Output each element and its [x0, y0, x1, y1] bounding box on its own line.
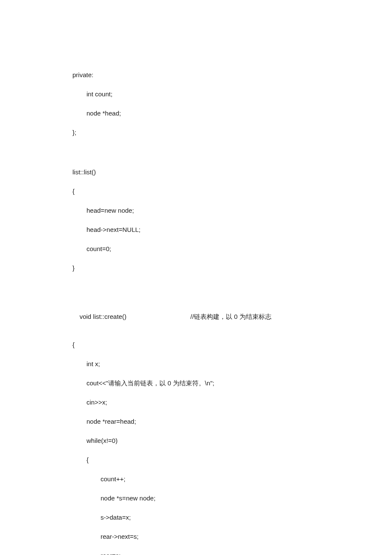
document-page: private: int count; node *head; }; list:… [0, 0, 392, 555]
code-line: count=0; [72, 244, 392, 253]
code-line: count++; [72, 474, 392, 483]
code-line: }; [72, 128, 392, 137]
code-line: { [72, 455, 392, 464]
code-line: cin>>x; [72, 398, 392, 407]
code-line: private: [72, 70, 392, 79]
code-line: cout<<"请输入当前链表，以 0 为结束符。\n"; [72, 379, 392, 387]
code-line: rear->next=s; [72, 532, 392, 541]
code-line: list::list() [72, 168, 392, 176]
code-line: while(x!=0) [72, 436, 392, 445]
blank-line [72, 283, 392, 293]
code-comment: //链表构建，以 0 为结束标志 [190, 313, 271, 320]
code-line: node *rear=head; [72, 417, 392, 426]
blank-line [72, 147, 392, 157]
code-line: rear=s; [72, 551, 392, 555]
code-line: head=new node; [72, 206, 392, 215]
code-line: { [72, 187, 392, 196]
code-line: void list::create()//链表构建，以 0 为结束标志 [72, 303, 392, 330]
code-line: node *head; [72, 109, 392, 118]
code-line: s->data=x; [72, 513, 392, 522]
code-line: int count; [72, 90, 392, 98]
code-line: int x; [72, 359, 392, 368]
code-line: { [72, 340, 392, 349]
code-text: void list::create() [80, 313, 127, 320]
code-line: node *s=new node; [72, 494, 392, 503]
code-line: head->next=NULL; [72, 225, 392, 234]
code-line: } [72, 263, 392, 272]
